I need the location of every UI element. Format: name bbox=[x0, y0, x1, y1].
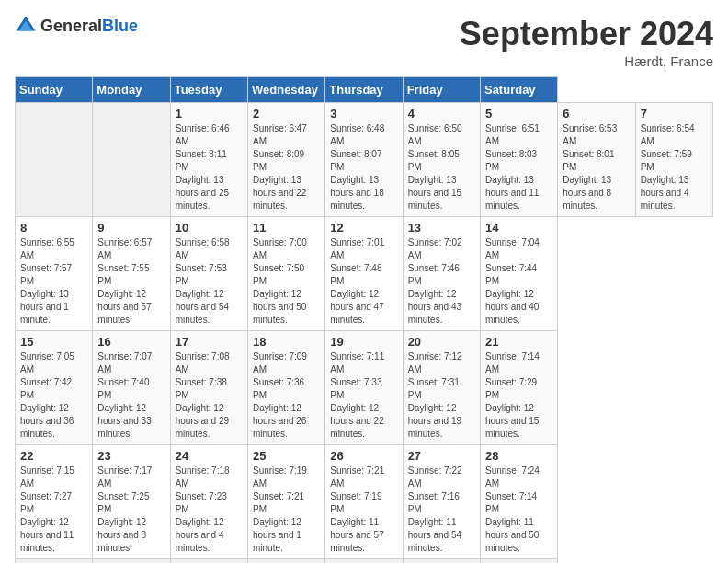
day-number: 4 bbox=[408, 107, 475, 121]
calendar-cell: 22Sunrise: 7:15 AMSunset: 7:27 PMDayligh… bbox=[16, 445, 93, 559]
day-daylight: Daylight: 12 hours and 36 minutes. bbox=[20, 403, 74, 439]
day-daylight: Daylight: 12 hours and 8 minutes. bbox=[97, 517, 146, 553]
day-number: 15 bbox=[20, 335, 87, 349]
day-sunrise: Sunrise: 6:47 AM bbox=[253, 123, 307, 146]
title-area: September 2024 Hærdt, France bbox=[460, 15, 713, 69]
calendar-week-0: 1Sunrise: 6:46 AMSunset: 8:11 PMDaylight… bbox=[16, 103, 713, 217]
day-daylight: Daylight: 12 hours and 19 minutes. bbox=[408, 403, 461, 439]
day-sunrise: Sunrise: 7:15 AM bbox=[20, 465, 74, 488]
day-daylight: Daylight: 13 hours and 22 minutes. bbox=[253, 175, 306, 211]
day-sunset: Sunset: 7:38 PM bbox=[176, 377, 227, 400]
day-daylight: Daylight: 13 hours and 8 minutes. bbox=[563, 175, 611, 211]
calendar-cell: 26Sunrise: 7:21 AMSunset: 7:19 PMDayligh… bbox=[325, 445, 403, 559]
header-monday: Monday bbox=[93, 77, 170, 103]
day-number: 9 bbox=[97, 221, 165, 235]
calendar-cell: 7Sunrise: 6:54 AMSunset: 7:59 PMDaylight… bbox=[635, 103, 712, 217]
day-sunrise: Sunrise: 7:21 AM bbox=[330, 465, 384, 488]
day-number: 24 bbox=[176, 449, 243, 463]
day-sunset: Sunset: 7:55 PM bbox=[97, 263, 149, 286]
day-daylight: Daylight: 13 hours and 18 minutes. bbox=[330, 175, 383, 211]
calendar-week-3: 22Sunrise: 7:15 AMSunset: 7:27 PMDayligh… bbox=[16, 445, 713, 559]
calendar-cell: 1Sunrise: 6:46 AMSunset: 8:11 PMDaylight… bbox=[170, 103, 247, 217]
calendar-cell: 20Sunrise: 7:12 AMSunset: 7:31 PMDayligh… bbox=[403, 331, 480, 445]
day-daylight: Daylight: 12 hours and 40 minutes. bbox=[485, 289, 539, 325]
day-sunset: Sunset: 7:25 PM bbox=[97, 491, 149, 514]
day-number: 17 bbox=[176, 335, 243, 349]
calendar-cell: 16Sunrise: 7:07 AMSunset: 7:40 PMDayligh… bbox=[93, 331, 170, 445]
day-daylight: Daylight: 12 hours and 54 minutes. bbox=[176, 289, 229, 325]
calendar-cell: 12Sunrise: 7:01 AMSunset: 7:48 PMDayligh… bbox=[325, 217, 403, 331]
day-sunset: Sunset: 8:11 PM bbox=[176, 149, 227, 172]
day-sunset: Sunset: 8:09 PM bbox=[253, 149, 304, 172]
header-tuesday: Tuesday bbox=[170, 77, 247, 103]
day-number: 7 bbox=[641, 107, 708, 121]
day-number: 10 bbox=[176, 221, 243, 235]
calendar-cell: 2Sunrise: 6:47 AMSunset: 8:09 PMDaylight… bbox=[247, 103, 324, 217]
day-sunset: Sunset: 8:03 PM bbox=[485, 149, 537, 172]
day-sunrise: Sunrise: 6:58 AM bbox=[176, 237, 230, 260]
calendar-table: SundayMondayTuesdayWednesdayThursdayFrid… bbox=[15, 76, 713, 563]
logo-blue: Blue bbox=[102, 17, 138, 35]
day-sunrise: Sunrise: 6:55 AM bbox=[20, 237, 74, 260]
calendar-cell: 21Sunrise: 7:14 AMSunset: 7:29 PMDayligh… bbox=[480, 331, 557, 445]
day-sunrise: Sunrise: 6:53 AM bbox=[563, 123, 617, 146]
day-sunset: Sunset: 8:05 PM bbox=[408, 149, 460, 172]
day-sunset: Sunset: 7:53 PM bbox=[176, 263, 227, 286]
day-sunset: Sunset: 7:44 PM bbox=[485, 263, 537, 286]
day-sunrise: Sunrise: 7:07 AM bbox=[97, 351, 152, 374]
day-number: 28 bbox=[485, 449, 552, 463]
day-daylight: Daylight: 11 hours and 57 minutes. bbox=[330, 517, 383, 553]
day-number: 21 bbox=[485, 335, 552, 349]
day-number: 3 bbox=[330, 107, 397, 121]
day-number: 5 bbox=[485, 107, 552, 121]
day-sunset: Sunset: 8:01 PM bbox=[563, 149, 614, 172]
calendar-header-row: SundayMondayTuesdayWednesdayThursdayFrid… bbox=[16, 77, 713, 103]
day-sunset: Sunset: 7:16 PM bbox=[408, 491, 460, 514]
calendar-cell: 5Sunrise: 6:51 AMSunset: 8:03 PMDaylight… bbox=[480, 103, 557, 217]
day-number: 2 bbox=[253, 107, 320, 121]
day-sunset: Sunset: 7:40 PM bbox=[97, 377, 149, 400]
day-sunrise: Sunrise: 7:19 AM bbox=[253, 465, 307, 488]
day-daylight: Daylight: 13 hours and 25 minutes. bbox=[176, 175, 229, 211]
location: Hærdt, France bbox=[460, 53, 713, 69]
calendar-week-1: 8Sunrise: 6:55 AMSunset: 7:57 PMDaylight… bbox=[16, 217, 713, 331]
calendar-cell: 27Sunrise: 7:22 AMSunset: 7:16 PMDayligh… bbox=[403, 445, 480, 559]
calendar-cell bbox=[325, 559, 403, 564]
day-sunset: Sunset: 7:23 PM bbox=[176, 491, 227, 514]
calendar-cell: 9Sunrise: 6:57 AMSunset: 7:55 PMDaylight… bbox=[93, 217, 170, 331]
day-daylight: Daylight: 12 hours and 15 minutes. bbox=[485, 403, 539, 439]
calendar-cell bbox=[16, 103, 93, 217]
calendar-cell: 28Sunrise: 7:24 AMSunset: 7:14 PMDayligh… bbox=[480, 445, 557, 559]
calendar-cell: 8Sunrise: 6:55 AMSunset: 7:57 PMDaylight… bbox=[16, 217, 93, 331]
day-daylight: Daylight: 12 hours and 22 minutes. bbox=[330, 403, 383, 439]
calendar-cell: 4Sunrise: 6:50 AMSunset: 8:05 PMDaylight… bbox=[403, 103, 480, 217]
day-sunset: Sunset: 7:50 PM bbox=[253, 263, 304, 286]
day-number: 27 bbox=[408, 449, 475, 463]
day-number: 6 bbox=[563, 107, 630, 121]
day-daylight: Daylight: 13 hours and 15 minutes. bbox=[408, 175, 461, 211]
calendar-cell: 17Sunrise: 7:08 AMSunset: 7:38 PMDayligh… bbox=[170, 331, 247, 445]
day-daylight: Daylight: 12 hours and 57 minutes. bbox=[97, 289, 151, 325]
day-daylight: Daylight: 11 hours and 50 minutes. bbox=[485, 517, 539, 553]
day-daylight: Daylight: 12 hours and 29 minutes. bbox=[176, 403, 229, 439]
day-number: 13 bbox=[408, 221, 475, 235]
day-sunset: Sunset: 7:46 PM bbox=[408, 263, 460, 286]
calendar-cell: 30Sunrise: 7:27 AMSunset: 7:10 PMDayligh… bbox=[93, 559, 170, 564]
day-number: 18 bbox=[253, 335, 320, 349]
day-sunset: Sunset: 7:48 PM bbox=[330, 263, 381, 286]
day-sunrise: Sunrise: 6:54 AM bbox=[641, 123, 695, 146]
calendar-body: 1Sunrise: 6:46 AMSunset: 8:11 PMDaylight… bbox=[16, 103, 713, 564]
day-daylight: Daylight: 12 hours and 33 minutes. bbox=[97, 403, 151, 439]
day-number: 12 bbox=[330, 221, 397, 235]
day-number: 19 bbox=[330, 335, 397, 349]
day-number: 26 bbox=[330, 449, 397, 463]
day-daylight: Daylight: 12 hours and 1 minute. bbox=[253, 517, 301, 553]
day-sunrise: Sunrise: 6:50 AM bbox=[408, 123, 462, 146]
calendar-cell: 24Sunrise: 7:18 AMSunset: 7:23 PMDayligh… bbox=[170, 445, 247, 559]
day-daylight: Daylight: 11 hours and 54 minutes. bbox=[408, 517, 461, 553]
calendar-cell: 23Sunrise: 7:17 AMSunset: 7:25 PMDayligh… bbox=[93, 445, 170, 559]
day-sunset: Sunset: 8:07 PM bbox=[330, 149, 381, 172]
day-daylight: Daylight: 12 hours and 50 minutes. bbox=[253, 289, 306, 325]
calendar-cell: 29Sunrise: 7:25 AMSunset: 7:12 PMDayligh… bbox=[16, 559, 93, 564]
day-sunrise: Sunrise: 7:01 AM bbox=[330, 237, 384, 260]
